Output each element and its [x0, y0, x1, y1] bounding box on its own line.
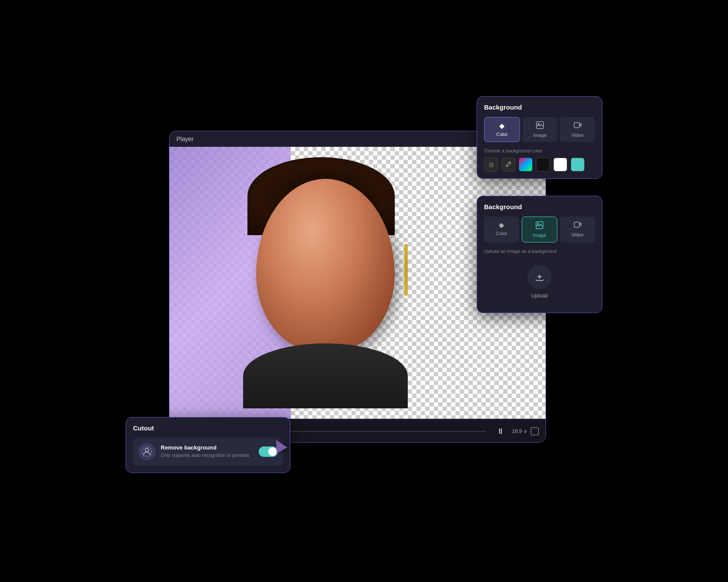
upload-icon	[534, 272, 545, 282]
background-panel-color: Background ◆ Color Image	[477, 96, 602, 179]
earring-decoration	[404, 244, 408, 296]
upload-label: Upload	[531, 293, 548, 299]
player-title: Player	[176, 136, 194, 142]
image-tab-icon	[536, 121, 544, 131]
remove-bg-desc: Only supports auto recognition of portra…	[161, 452, 254, 459]
cursor-triangle	[271, 437, 287, 453]
svg-point-7	[145, 448, 149, 452]
video-tab-label-2: Video	[572, 232, 584, 237]
svg-rect-6	[574, 222, 579, 227]
no-color-swatch[interactable]: ⊘	[484, 158, 498, 171]
background-panel-image: Background ◆ Color Image	[477, 196, 602, 313]
svg-rect-2	[574, 123, 579, 128]
gradient-swatch[interactable]	[519, 158, 533, 171]
bg-image-tab-row: ◆ Color Image	[484, 217, 595, 242]
aspect-ratio-display[interactable]: 16:9 ∨	[512, 428, 527, 434]
play-pause-button[interactable]: ⏸	[494, 425, 507, 437]
color-tab-button[interactable]: ◆ Color	[484, 117, 520, 142]
video-tab-button-2[interactable]: Video	[560, 217, 595, 242]
shoulder-shape	[243, 343, 408, 408]
bg-image-subtitle: Upload an image as a background	[484, 249, 595, 254]
remove-bg-title: Remove background	[161, 444, 254, 451]
color-tab-label-2: Color	[496, 231, 507, 236]
white-swatch[interactable]	[553, 158, 567, 171]
fullscreen-button[interactable]	[531, 427, 539, 435]
color-tab-icon: ◆	[499, 122, 504, 130]
black-swatch[interactable]	[536, 158, 550, 171]
video-tab-icon	[574, 121, 582, 131]
cursor-arrow	[273, 439, 285, 451]
video-tab-label: Video	[572, 133, 584, 138]
cutout-panel: Cutout Remove background Only supports a…	[126, 417, 290, 473]
upload-button[interactable]	[527, 265, 552, 289]
cutout-person-icon	[138, 443, 156, 460]
controls-right: 16:9 ∨	[512, 427, 539, 435]
portrait-face	[234, 157, 416, 408]
color-tab-button-2[interactable]: ◆ Color	[484, 217, 519, 242]
cutout-text-block: Remove background Only supports auto rec…	[161, 444, 254, 459]
video-tab-button[interactable]: Video	[560, 117, 595, 142]
video-tab-icon-2	[574, 221, 582, 230]
color-tab-label: Color	[496, 132, 507, 137]
bg-color-panel-title: Background	[484, 103, 595, 111]
remove-background-item: Remove background Only supports auto rec…	[133, 438, 283, 466]
bg-color-subtitle: Choose a background color	[484, 148, 595, 153]
image-tab-label: Image	[533, 133, 547, 138]
cutout-panel-title: Cutout	[133, 424, 283, 432]
image-tab-button-2[interactable]: Image	[522, 217, 558, 242]
portrait-area	[221, 147, 429, 419]
svg-point-3	[510, 162, 511, 163]
color-swatches-row: ⊘	[484, 158, 595, 171]
upload-area: Upload	[484, 258, 595, 306]
bg-image-panel-title: Background	[484, 203, 595, 210]
image-tab-label-2: Image	[533, 233, 546, 238]
image-tab-button[interactable]: Image	[523, 117, 558, 142]
color-tab-icon-2: ◆	[499, 221, 504, 229]
teal-swatch[interactable]	[571, 158, 585, 171]
eyedropper-swatch[interactable]	[501, 158, 515, 171]
bg-color-tab-row: ◆ Color Image	[484, 117, 595, 142]
image-tab-icon-2	[536, 221, 543, 231]
